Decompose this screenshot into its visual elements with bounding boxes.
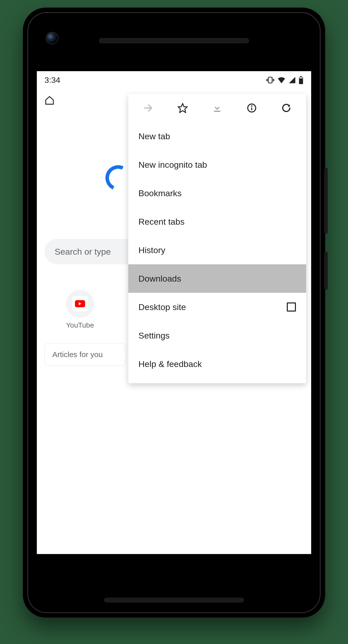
menu-item-bookmarks[interactable]: Bookmarks (128, 179, 306, 207)
menu-item-label: Settings (138, 331, 170, 341)
menu-item-new-incognito-tab[interactable]: New incognito tab (128, 150, 306, 179)
forward-button[interactable] (140, 100, 156, 116)
menu-item-label: Downloads (138, 274, 181, 284)
status-icons (266, 76, 304, 84)
refresh-button[interactable] (279, 100, 294, 116)
bookmark-button[interactable] (175, 100, 190, 116)
menu-item-recent-tabs[interactable]: Recent tabs (128, 207, 306, 236)
menu-item-label: Bookmarks (138, 188, 182, 198)
info-button[interactable] (244, 100, 259, 116)
svg-rect-0 (268, 77, 272, 83)
svg-rect-7 (299, 77, 303, 78)
phone-frame: 3:34 Search or type (23, 8, 325, 618)
power-button (324, 252, 328, 290)
battery-icon (298, 76, 304, 84)
svg-rect-10 (214, 111, 220, 112)
svg-point-13 (251, 106, 252, 106)
menu-item-history[interactable]: History (128, 236, 306, 264)
desktop-site-checkbox[interactable] (287, 302, 296, 312)
shortcut-youtube[interactable]: YouTube (57, 290, 103, 329)
shortcut-label: YouTube (57, 321, 103, 329)
screen: 3:34 Search or type (37, 71, 311, 554)
camera-lens (46, 32, 58, 44)
menu-item-settings[interactable]: Settings (128, 321, 306, 350)
menu-icon-row (128, 94, 306, 122)
menu-item-downloads[interactable]: Downloads (128, 264, 306, 293)
menu-list: New tabNew incognito tabBookmarksRecent … (128, 122, 306, 383)
earpiece-speaker (99, 38, 249, 43)
vibrate-icon (266, 76, 275, 84)
svg-rect-6 (300, 76, 302, 77)
download-button[interactable] (210, 100, 225, 116)
status-bar: 3:34 (37, 71, 311, 89)
download-icon (212, 103, 223, 113)
articles-card[interactable]: Articles for you (44, 343, 126, 366)
arrow-forward-icon (143, 103, 153, 113)
search-placeholder: Search or type (55, 247, 111, 257)
menu-item-label: New tab (138, 131, 170, 141)
menu-item-label: Recent tabs (138, 217, 184, 227)
info-icon (246, 103, 257, 113)
wifi-icon (277, 76, 286, 84)
menu-item-help-feedback[interactable]: Help & feedback (128, 350, 306, 378)
menu-item-new-tab[interactable]: New tab (128, 122, 306, 150)
bottom-speaker (104, 598, 244, 602)
articles-label: Articles for you (52, 350, 103, 359)
star-icon (177, 103, 188, 113)
home-icon (44, 95, 55, 105)
menu-item-label: Desktop site (138, 302, 186, 312)
youtube-icon (72, 296, 88, 311)
refresh-icon (281, 103, 292, 113)
menu-item-label: New incognito tab (138, 160, 207, 170)
shortcut-icon-circle (66, 290, 94, 318)
volume-button (324, 168, 328, 234)
home-button[interactable] (42, 93, 57, 108)
cellular-icon (288, 76, 296, 84)
status-time: 3:34 (44, 75, 60, 85)
menu-item-label: History (138, 245, 165, 255)
overflow-menu: New tabNew incognito tabBookmarksRecent … (128, 94, 306, 383)
svg-marker-9 (178, 104, 187, 113)
menu-item-label: Help & feedback (138, 359, 202, 369)
menu-item-desktop-site[interactable]: Desktop site (128, 293, 306, 321)
